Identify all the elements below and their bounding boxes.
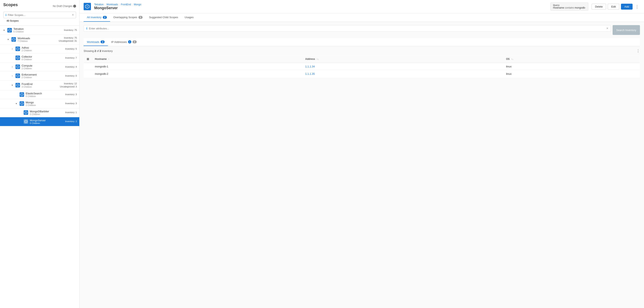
os-cell: linux xyxy=(503,63,640,70)
scope-icon-adhoc xyxy=(16,47,20,51)
tab-suggested-child-scopes[interactable]: Suggested Child Scopes xyxy=(146,13,181,22)
search-clear-icon[interactable]: × xyxy=(606,27,608,30)
add-button[interactable]: Add xyxy=(621,4,632,10)
scope-title-area: Tetration : Workloads : FrontEnd : Mongo… xyxy=(94,3,547,10)
scope-icon-large xyxy=(84,3,91,10)
scope-name-collector: Collector xyxy=(22,55,64,58)
query-val: mongodb- xyxy=(575,6,586,9)
search-info-icon: ℹ xyxy=(86,27,87,30)
scope-icon-frontend xyxy=(16,83,20,87)
scope-children-workloads: 7 Children xyxy=(18,40,57,42)
filter-input-wrap[interactable]: ℹ × xyxy=(3,12,76,18)
table-header-row: Showing 2 of 2 inventory ⋮ xyxy=(84,49,640,53)
os-cell: linux xyxy=(503,70,640,78)
ip-addresses-badge: 0 xyxy=(132,40,137,43)
filter-input[interactable] xyxy=(8,14,72,17)
hostname-sort-icon: ↑ xyxy=(108,58,109,60)
toggle-collapse-mongo[interactable]: ▾ xyxy=(15,102,18,105)
sidebar-item-collector[interactable]: Collector 0 Children Inventory: 7 xyxy=(0,54,79,63)
scope-icon-enforcement xyxy=(16,74,20,78)
scope-icon-mongo xyxy=(20,101,24,106)
scope-name-mongo: Mongo xyxy=(26,101,64,104)
scope-icon-mongoserver xyxy=(24,119,28,124)
toggle-expand-adhoc[interactable]: › xyxy=(10,47,14,50)
scope-icon-elasticsearch xyxy=(20,92,24,97)
scope-icon-workloads xyxy=(12,37,16,42)
breadcrumb-tetration[interactable]: Tetration xyxy=(94,3,104,6)
hostname-cell: mongodb-1 xyxy=(92,63,302,70)
row-filter-cell xyxy=(84,70,92,78)
toggle-collapse-tetration[interactable]: ▾ xyxy=(2,29,6,32)
scope-inventory-compute: Inventory: 4 xyxy=(65,65,77,68)
table-more-icon[interactable]: ⋮ xyxy=(636,49,640,53)
overlapping-badge: 0 xyxy=(138,16,142,19)
toggle-expand-enforcement[interactable]: › xyxy=(10,74,14,77)
scope-children-mongoserver: 0 Children xyxy=(30,122,64,124)
sidebar-item-enforcement[interactable]: › Enforcement 2 Children Inventory: 0 xyxy=(0,71,79,80)
topbar-actions: Delete Edit Add ⋮ xyxy=(592,3,640,10)
scope-name-workloads: Workloads xyxy=(18,37,57,40)
filter-icon: ⊞ xyxy=(87,57,89,61)
sidebar-item-frontend[interactable]: ▾ FrontEnd 3 Children Inventory: 12 Unca… xyxy=(0,80,79,90)
query-box: Query Hostname contains mongodb- xyxy=(550,3,588,11)
scope-children-tetration: 5 Children xyxy=(14,31,62,33)
filter-column-header[interactable]: ⊞ xyxy=(84,55,92,63)
hostname-cell: mongodb-2 xyxy=(92,70,302,78)
showing-text: Showing 2 of 2 inventory xyxy=(84,49,112,53)
toggle-collapse-workloads[interactable]: ▾ xyxy=(6,38,10,41)
draft-notice: No Draft Changes i xyxy=(53,5,76,8)
scope-inventory-enforcement: Inventory: 0 xyxy=(65,74,77,77)
inner-tabs: Workloads 2 IP Addresses 1 0 xyxy=(84,38,640,46)
scope-inventory-adhoc: Inventory: 5 xyxy=(65,47,77,50)
table-row: mongodb-2 1.1.1.35 linux xyxy=(84,70,640,78)
breadcrumb-mongo[interactable]: Mongo xyxy=(134,3,141,6)
scope-name-adhoc: Adhoc xyxy=(22,46,64,49)
scope-icon-collector xyxy=(16,56,20,60)
scope-icon-mongodbarbiter xyxy=(24,110,28,115)
toggle-collapse-frontend[interactable]: ▾ xyxy=(10,84,14,87)
sidebar-item-tetration[interactable]: ▾ Tetration 5 Children Inventory: 75 xyxy=(0,26,79,35)
inner-tab-workloads[interactable]: Workloads 2 xyxy=(84,38,108,46)
sidebar-item-adhoc[interactable]: › Adhoc 2 Children Inventory: 5 xyxy=(0,45,79,54)
ip-info-icon: 1 xyxy=(128,40,131,44)
tab-usages[interactable]: Usages xyxy=(181,13,197,22)
sidebar: Scopes No Draft Changes i ℹ × 40 Scopes … xyxy=(0,0,80,308)
search-bar: ℹ × xyxy=(84,25,611,32)
tab-all-inventory[interactable]: All Inventory 2 xyxy=(84,13,110,22)
scope-children-compute: 2 Children xyxy=(22,67,64,70)
sidebar-item-compute[interactable]: › Compute 2 Children Inventory: 4 xyxy=(0,63,79,71)
search-input[interactable] xyxy=(89,27,605,30)
scope-count: 40 Scopes xyxy=(3,18,76,23)
edit-button[interactable]: Edit xyxy=(608,4,619,10)
scope-name-enforcement: Enforcement xyxy=(22,73,64,76)
all-inventory-badge: 2 xyxy=(103,16,107,19)
os-column-header[interactable]: OS ↑↓ xyxy=(503,55,640,63)
inner-tab-ip-addresses[interactable]: IP Addresses 1 0 xyxy=(108,38,140,46)
sidebar-item-mongo[interactable]: ▾ Mongo 2 Children Inventory: 3 xyxy=(0,99,79,108)
scope-name-tetration: Tetration xyxy=(14,27,62,31)
scope-name-elasticsearch: ElasticSearch xyxy=(26,92,64,95)
filter-info-icon: ℹ xyxy=(6,14,6,17)
content-area: ℹ × Search Inventory Workloads 2 IP Addr… xyxy=(80,22,644,308)
breadcrumb-workloads[interactable]: Workloads xyxy=(106,3,118,6)
sidebar-item-elasticsearch[interactable]: ElasticSearch 0 Children Inventory: 3 xyxy=(0,90,79,99)
scope-children-adhoc: 2 Children xyxy=(22,49,64,52)
breadcrumb-frontend[interactable]: FrontEnd xyxy=(121,3,131,6)
address-cell[interactable]: 1.1.1.35 xyxy=(302,70,503,78)
scope-icon-compute xyxy=(16,65,20,69)
delete-button[interactable]: Delete xyxy=(592,4,606,10)
sidebar-item-mongoserver[interactable]: MongoServer 0 Children Inventory: 2 xyxy=(0,117,79,126)
search-inventory-button[interactable]: Search Inventory xyxy=(612,25,640,35)
breadcrumb: Tetration : Workloads : FrontEnd : Mongo xyxy=(94,3,547,6)
filter-clear-icon[interactable]: × xyxy=(72,13,74,17)
scope-inventory-mongodbarbiter: Inventory: 1 xyxy=(65,111,77,114)
sidebar-item-workloads[interactable]: ▾ Workloads 7 Children Inventory: 75 Unc… xyxy=(0,35,79,45)
address-column-header[interactable]: Address ↑↓ xyxy=(302,55,503,63)
toggle-expand-compute[interactable]: › xyxy=(10,65,14,68)
os-sort-icon: ↑↓ xyxy=(511,58,513,60)
tab-overlapping-scopes[interactable]: Overlapping Scopes 0 xyxy=(110,13,146,22)
hostname-column-header[interactable]: Hostname ↑ xyxy=(92,55,302,63)
sidebar-item-mongodbarbiter[interactable]: MongoDBarbiter 0 Children Inventory: 1 xyxy=(0,108,79,117)
address-cell[interactable]: 1.1.1.34 xyxy=(302,63,503,70)
more-options-icon[interactable]: ⋮ xyxy=(634,3,640,10)
